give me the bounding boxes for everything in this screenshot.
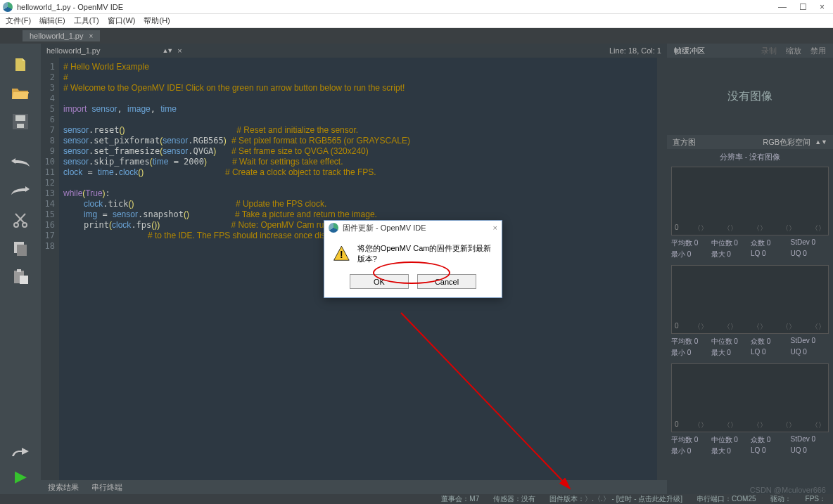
svg-text:!: !: [340, 249, 343, 260]
line-gutter: 1 2 3 4 5 6 7 8 9 10 11 12 13 14 15 16 1…: [41, 58, 59, 480]
line-col-indicator: Line: 18, Col: 1: [609, 46, 661, 55]
run-button-icon[interactable]: ▶: [10, 467, 31, 486]
status-fps: FPS：: [806, 494, 826, 504]
dialog-title-bar: 固件更新 - OpenMV IDE ×: [324, 221, 502, 235]
cut-icon[interactable]: [10, 211, 31, 229]
histogram-stats: 平均数 0中位数 0众数 0StDev 0最小 0最大 0LQ 0UQ 0: [667, 335, 833, 362]
framebuffer-label: 帧缓冲区: [674, 46, 705, 56]
no-image-placeholder: 没有图像: [667, 58, 833, 135]
disable-button[interactable]: 禁用: [810, 46, 826, 55]
window-controls: — ☐ ×: [772, 2, 830, 12]
svg-rect-8: [17, 269, 21, 272]
window-title: helloworld_1.py - OpenMV IDE: [17, 3, 123, 11]
menu-file[interactable]: 文件(F): [6, 15, 31, 26]
zoom-button[interactable]: 缩放: [786, 46, 801, 55]
left-sidebar: ▶: [0, 44, 41, 494]
right-panel: 帧缓冲区 录制 缩放 禁用 没有图像 直方图 RGB色彩空间 ▲▼ 分辨率 - …: [667, 44, 833, 494]
framebuffer-header: 帧缓冲区 录制 缩放 禁用: [667, 44, 833, 58]
editor-scrollbar[interactable]: [657, 58, 667, 480]
tab-serial-terminal[interactable]: 串行终端: [91, 482, 122, 493]
menu-help[interactable]: 帮助(H): [144, 15, 170, 26]
connect-icon[interactable]: [10, 442, 31, 460]
colorspace-combo[interactable]: RGB色彩空间 ▲▼: [763, 137, 827, 148]
annotation-circle: [373, 261, 450, 284]
histogram-stats: 平均数 0中位数 0众数 0StDev 0最小 0最大 0LQ 0UQ 0: [667, 434, 833, 460]
status-sensor: 传感器：没有: [493, 494, 535, 504]
menu-window[interactable]: 窗口(W): [108, 15, 136, 26]
bottom-tabs: 搜索结果 串行终端: [41, 480, 667, 494]
svg-rect-1: [15, 115, 25, 121]
warning-icon: !: [333, 244, 350, 264]
resolution-label: 分辨率 - 没有图像: [667, 149, 833, 165]
tab-search-results[interactable]: 搜索结果: [48, 482, 79, 493]
filename-label: helloworld_1.py: [46, 46, 156, 55]
file-close-icon[interactable]: ×: [177, 46, 182, 55]
tab-file[interactable]: helloworld_1.py ×: [23, 30, 100, 41]
tab-close-icon[interactable]: ×: [89, 32, 93, 40]
status-board: 董事会：M7: [441, 494, 479, 504]
file-dropdown-icon[interactable]: ▲▼: [162, 47, 172, 54]
undo-icon[interactable]: [10, 155, 31, 173]
copy-icon[interactable]: [10, 239, 31, 257]
status-firmware[interactable]: 固件版本：〉.〈.〉 - [过时 - 点击此处升级]: [549, 494, 682, 504]
svg-rect-2: [17, 124, 24, 128]
menu-bar: 文件(F) 编辑(E) 工具(T) 窗口(W) 帮助(H): [0, 14, 833, 28]
paste-icon[interactable]: [10, 267, 31, 285]
status-port: 串行端口：COM25: [697, 494, 756, 504]
firmware-update-dialog: 固件更新 - OpenMV IDE × ! 将您的OpenMV Cam的固件更新…: [324, 220, 502, 298]
title-bar: helloworld_1.py - OpenMV IDE — ☐ ×: [0, 0, 833, 14]
status-drive: 驱动：: [770, 494, 791, 504]
status-bar: 董事会：M7 传感器：没有 固件版本：〉.〈.〉 - [过时 - 点击此处升级]…: [0, 494, 833, 504]
open-folder-icon[interactable]: [10, 84, 31, 103]
redo-icon[interactable]: [10, 183, 31, 201]
menu-tool[interactable]: 工具(T): [74, 15, 99, 26]
histogram-label: 直方图: [673, 137, 696, 148]
save-icon[interactable]: [10, 112, 31, 131]
new-file-icon[interactable]: [10, 56, 31, 75]
colorspace-value: RGB色彩空间: [763, 137, 810, 148]
tab-strip: helloworld_1.py ×: [0, 28, 833, 44]
histogram-chart: 0〈〉〈〉〈〉〈〉〈〉: [671, 265, 829, 334]
watermark: CSDN @Mculover666: [750, 486, 826, 494]
menu-edit[interactable]: 编辑(E): [39, 15, 65, 26]
dialog-message: 将您的OpenMV Cam的固件更新到最新版本?: [357, 243, 493, 264]
svg-rect-6: [17, 245, 27, 256]
dialog-close-icon[interactable]: ×: [493, 224, 497, 232]
file-header: helloworld_1.py ▲▼ × Line: 18, Col: 1: [41, 44, 667, 58]
svg-rect-9: [20, 276, 28, 284]
app-logo-icon: [3, 2, 13, 12]
dialog-title: 固件更新 - OpenMV IDE: [343, 223, 426, 233]
minimize-button[interactable]: —: [778, 2, 787, 12]
histogram-chart: 0〈〉〈〉〈〉〈〉〈〉: [671, 363, 829, 432]
dialog-logo-icon: [329, 223, 338, 233]
histogram-stats: 平均数 0中位数 0众数 0StDev 0最小 0最大 0LQ 0UQ 0: [667, 237, 833, 264]
histogram-header: 直方图 RGB色彩空间 ▲▼: [667, 135, 833, 149]
tab-label: helloworld_1.py: [30, 32, 83, 40]
close-button[interactable]: ×: [820, 2, 825, 12]
maximize-button[interactable]: ☐: [799, 2, 807, 12]
histogram-chart: 0〈〉〈〉〈〉〈〉〈〉: [671, 167, 829, 235]
